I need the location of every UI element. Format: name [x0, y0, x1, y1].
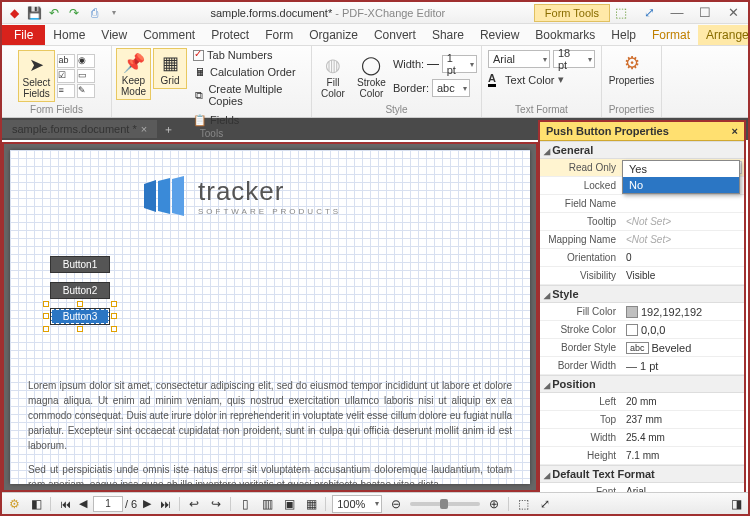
title-bar: ◆ 💾 ↶ ↷ ⎙ ▾ sample.forms.document* - PDF… — [2, 2, 748, 24]
last-page-icon[interactable]: ⏭ — [157, 496, 173, 512]
multi-copies-button[interactable]: ⧉Create Multiple Copies — [193, 82, 307, 108]
prop-fill-color[interactable]: Fill Color192,192,192 — [540, 303, 744, 321]
form-button-2[interactable]: Button2 — [50, 282, 110, 299]
zoom-out-icon[interactable]: ⊖ — [388, 496, 404, 512]
quick-access-toolbar: ◆ 💾 ↶ ↷ ⎙ ▾ — [6, 5, 122, 21]
left-panel-icon[interactable]: ◧ — [28, 496, 44, 512]
tab-close-icon[interactable]: × — [141, 123, 147, 135]
context-tab-form-tools[interactable]: Form Tools — [534, 4, 610, 22]
layout-two-cont-icon[interactable]: ▦ — [303, 496, 319, 512]
prop-left[interactable]: Left20 mm — [540, 393, 744, 411]
menu-format[interactable]: Format — [644, 25, 698, 45]
menu-convert[interactable]: Convert — [366, 25, 424, 45]
minimize-icon[interactable]: — — [666, 4, 688, 22]
field-type-icon-6[interactable]: ✎ — [77, 84, 95, 98]
prop-field-name[interactable]: Field Name — [540, 195, 744, 213]
border-combo[interactable]: abc — [432, 79, 470, 97]
field-type-icon-3[interactable]: ≡ — [57, 84, 75, 98]
options-icon[interactable]: ⚙ — [6, 496, 22, 512]
dropdown-option-no[interactable]: No — [623, 177, 739, 193]
field-type-icon-5[interactable]: ▭ — [77, 69, 95, 83]
panel-close-icon[interactable]: × — [732, 125, 738, 137]
layout-two-icon[interactable]: ▣ — [281, 496, 297, 512]
grid-button[interactable]: ▦Grid — [153, 48, 187, 89]
prop-height[interactable]: Height7.1 mm — [540, 447, 744, 465]
prop-mapping-name[interactable]: Mapping Name<Not Set> — [540, 231, 744, 249]
properties-panel-header[interactable]: Push Button Properties× — [540, 122, 744, 141]
keep-mode-button[interactable]: 📌Keep Mode — [116, 48, 151, 100]
right-panel-icon[interactable]: ◨ — [728, 496, 744, 512]
font-combo[interactable]: Arial — [488, 50, 550, 68]
new-tab-button[interactable]: ＋ — [157, 122, 180, 137]
zoom-combo[interactable]: 100% — [332, 495, 382, 513]
maximize-icon[interactable]: ☐ — [694, 4, 716, 22]
section-general[interactable]: General — [540, 141, 744, 159]
font-size-combo[interactable]: 18 pt — [553, 50, 595, 68]
prop-width[interactable]: Width25.4 mm — [540, 429, 744, 447]
width-combo[interactable]: 1 pt — [442, 55, 477, 73]
nav-back-icon[interactable]: ↩ — [186, 496, 202, 512]
menu-help[interactable]: Help — [603, 25, 644, 45]
prop-border-style[interactable]: Border StyleabcBeveled — [540, 339, 744, 357]
menu-review[interactable]: Review — [472, 25, 527, 45]
save-icon[interactable]: 💾 — [26, 5, 42, 21]
undo-icon[interactable]: ↶ — [46, 5, 62, 21]
stroke-color-button[interactable]: ◯Stroke Color — [352, 50, 391, 102]
prop-orientation[interactable]: Orientation0 — [540, 249, 744, 267]
fields-button[interactable]: 📋Fields — [193, 112, 307, 128]
window-title: sample.forms.document* - PDF-XChange Edi… — [122, 6, 534, 20]
file-menu[interactable]: File — [2, 25, 45, 45]
selection-handles[interactable] — [46, 304, 114, 329]
field-type-icon-4[interactable]: ◉ — [77, 54, 95, 68]
prev-page-icon[interactable]: ◀ — [75, 496, 91, 512]
prop-border-width[interactable]: Border Width— 1 pt — [540, 357, 744, 375]
menu-form[interactable]: Form — [257, 25, 301, 45]
fit-actual-icon[interactable]: ⬚ — [515, 496, 531, 512]
form-button-1[interactable]: Button1 — [50, 256, 110, 273]
launch-app-icon[interactable]: ⤢ — [638, 4, 660, 22]
prop-stroke-color[interactable]: Stroke Color0,0,0 — [540, 321, 744, 339]
border-label: Border: — [393, 82, 429, 94]
select-fields-button[interactable]: ➤Select Fields — [18, 50, 56, 102]
ui-options-icon[interactable]: ⬚ — [610, 4, 632, 22]
menu-arrange[interactable]: Arrange — [698, 25, 750, 45]
properties-button[interactable]: ⚙Properties — [604, 48, 660, 89]
menu-comment[interactable]: Comment — [135, 25, 203, 45]
zoom-slider[interactable] — [410, 502, 480, 506]
read-only-dropdown[interactable]: Yes No — [622, 160, 740, 194]
prop-tooltip[interactable]: Tooltip<Not Set> — [540, 213, 744, 231]
next-page-icon[interactable]: ▶ — [139, 496, 155, 512]
close-icon[interactable]: ✕ — [722, 4, 744, 22]
document-tab[interactable]: sample.forms.document *× — [2, 120, 157, 138]
qat-more-icon[interactable]: ▾ — [106, 5, 122, 21]
redo-icon[interactable]: ↷ — [66, 5, 82, 21]
calc-order-button[interactable]: 🖩Calculation Order — [193, 64, 307, 80]
layout-single-icon[interactable]: ▯ — [237, 496, 253, 512]
menu-view[interactable]: View — [93, 25, 135, 45]
menu-organize[interactable]: Organize — [301, 25, 366, 45]
tab-numbers-toggle[interactable]: Tab Numbers — [193, 48, 307, 62]
prop-top[interactable]: Top237 mm — [540, 411, 744, 429]
layout-cont-icon[interactable]: ▥ — [259, 496, 275, 512]
section-text-format[interactable]: Default Text Format — [540, 465, 744, 483]
section-style[interactable]: Style — [540, 285, 744, 303]
page-canvas[interactable]: trackerSOFTWARE PRODUCTS Button1 Button2… — [10, 150, 530, 484]
menu-protect[interactable]: Protect — [203, 25, 257, 45]
nav-fwd-icon[interactable]: ↪ — [208, 496, 224, 512]
dropdown-option-yes[interactable]: Yes — [623, 161, 739, 177]
menu-bookmarks[interactable]: Bookmarks — [527, 25, 603, 45]
menu-home[interactable]: Home — [45, 25, 93, 45]
first-page-icon[interactable]: ⏮ — [57, 496, 73, 512]
zoom-in-icon[interactable]: ⊕ — [486, 496, 502, 512]
page-input[interactable] — [93, 496, 123, 512]
print-icon[interactable]: ⎙ — [86, 5, 102, 21]
field-type-icon-2[interactable]: ☑ — [57, 69, 75, 83]
field-type-icon-1[interactable]: ab — [57, 54, 75, 68]
fit-page-icon[interactable]: ⤢ — [537, 496, 553, 512]
text-color-button[interactable]: A Text Color ▾ — [488, 71, 595, 88]
logo-icon — [140, 176, 188, 216]
prop-visibility[interactable]: VisibilityVisible — [540, 267, 744, 285]
section-position[interactable]: Position — [540, 375, 744, 393]
fill-color-button[interactable]: ◍Fill Color — [316, 50, 350, 102]
menu-share[interactable]: Share — [424, 25, 472, 45]
